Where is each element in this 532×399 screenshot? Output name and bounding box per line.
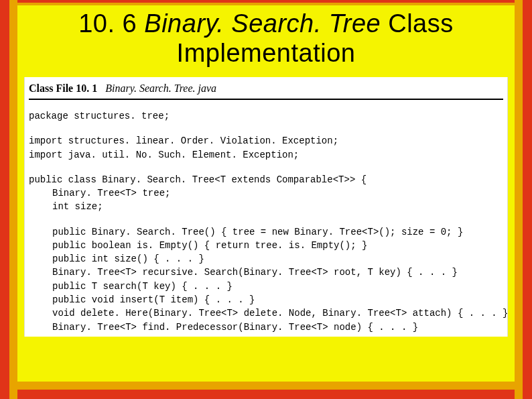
code-line: Binary. Tree<T> tree; (29, 186, 503, 200)
code-line: public int size() { . . . } (29, 252, 503, 266)
title-section: 10. 6 (78, 9, 137, 38)
class-file-header: Class File 10. 1 Binary. Search. Tree. j… (25, 81, 507, 99)
code-line: int size; (29, 200, 503, 213)
code-line: void delete. Here(Binary. Tree<T> delete… (29, 306, 503, 320)
title-line2: Implementation (177, 39, 356, 67)
code-panel: Class File 10. 1 Binary. Search. Tree. j… (24, 77, 508, 337)
code-line: public Binary. Search. Tree() { tree = n… (29, 225, 503, 239)
code-line: import java. util. No. Such. Element. Ex… (29, 150, 299, 160)
source-code: package structures. tree; import structu… (25, 109, 507, 334)
code-line: import structures. linear. Order. Violat… (29, 135, 338, 146)
title-class-name: Binary. Search. Tree (144, 9, 381, 38)
code-line: public void insert(T item) { . . . } (29, 293, 503, 306)
code-line: package structures. tree; (29, 111, 170, 121)
slide-title: 10. 6 Binary. Search. Tree Class Impleme… (17, 5, 515, 68)
slide-content: 10. 6 Binary. Search. Tree Class Impleme… (17, 5, 515, 382)
header-rule (29, 99, 503, 100)
slide-frame: 10. 6 Binary. Search. Tree Class Impleme… (0, 0, 532, 399)
code-line: public class Binary. Search. Tree<T exte… (29, 174, 367, 185)
code-line: Binary. Tree<T> recursive. Search(Binary… (29, 266, 503, 279)
code-blank (29, 162, 503, 173)
file-header-filename: Binary. Search. Tree. java (105, 82, 216, 94)
code-blank (29, 214, 503, 225)
code-line: public T search(T key) { . . . } (29, 280, 503, 293)
code-line: public boolean is. Empty() { return tree… (29, 239, 503, 252)
code-blank (29, 123, 503, 135)
file-header-label: Class File 10. 1 (29, 82, 97, 94)
title-after: Class (388, 9, 454, 38)
code-line: Binary. Tree<T> find. Predecessor(Binary… (29, 321, 503, 334)
